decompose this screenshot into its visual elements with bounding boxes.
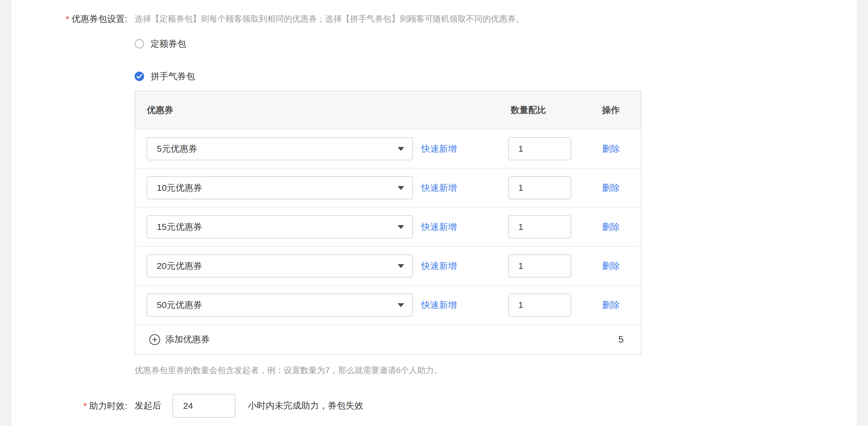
delete-link[interactable]: 删除 [602,183,620,192]
radio-unchecked-icon[interactable] [134,39,144,49]
quick-add-link[interactable]: 快速新增 [421,260,457,272]
required-mark: * [84,401,87,410]
coupon-select[interactable]: 15元优惠券 [147,215,413,238]
coupon-select[interactable]: 50元优惠券 [147,294,413,316]
required-mark: * [66,14,69,24]
coupon-row: 50元优惠券 快速新增 删除 [135,286,641,325]
chevron-down-icon [398,264,404,268]
add-coupon-button[interactable]: 添加优惠券 [149,333,210,345]
form-row-assist-validity: *助力时效: 发起后 小时内未完成助力，券包失效 [0,394,868,418]
quick-add-link[interactable]: 快速新增 [421,221,457,233]
quantity-ratio-input[interactable] [508,137,571,160]
delete-link[interactable]: 删除 [602,222,620,232]
coupon-table: 优惠券 数量配比 操作 5元优惠券 快速新增 删除 [134,91,641,355]
coupon-select[interactable]: 20元优惠券 [147,254,413,277]
quantity-ratio-input[interactable] [508,215,571,238]
coupon-select-value: 10元优惠券 [157,182,202,194]
coupon-package-description: 选择【定额券包】则每个顾客领取到相同的优惠券；选择【拼手气券包】则顾客可随机领取… [134,12,868,25]
quantity-total: 5 [618,334,624,345]
radio-checked-icon[interactable] [134,71,144,81]
quick-add-link[interactable]: 快速新增 [421,143,457,155]
circle-plus-icon [149,334,161,345]
coupon-select-value: 20元优惠券 [157,260,202,272]
coupon-row: 15元优惠券 快速新增 删除 [135,208,641,247]
chevron-down-icon [398,186,404,190]
chevron-down-icon [398,303,404,307]
validity-suffix: 小时内未完成助力，券包失效 [248,400,363,412]
delete-link[interactable]: 删除 [602,144,620,154]
quantity-ratio-input[interactable] [508,254,571,277]
form-row-coupon-package: *优惠券包设置: 选择【定额券包】则每个顾客领取到相同的优惠券；选择【拼手气券包… [0,12,868,376]
radio-fixed-package[interactable]: 定额券包 [134,37,868,50]
coupon-row: 10元优惠券 快速新增 删除 [135,169,641,208]
radio-fixed-package-label: 定额券包 [151,38,186,50]
header-coupon: 优惠券 [135,104,508,116]
assist-validity-label-text: 助力时效: [89,401,127,410]
coupon-row: 20元优惠券 快速新增 删除 [135,247,641,286]
coupon-package-hint: 优惠券包里券的数量会包含发起者，例：设置数量为7，那么就需要邀请6个人助力。 [134,364,868,376]
chevron-down-icon [398,147,404,151]
coupon-package-label: *优惠券包设置: [0,12,127,25]
radio-lucky-package-label: 拼手气券包 [151,70,195,83]
header-action: 操作 [602,104,641,116]
quantity-ratio-input[interactable] [508,176,571,200]
assist-validity-label: *助力时效: [0,399,127,413]
coupon-select-value: 5元优惠券 [157,143,197,155]
coupon-package-label-text: 优惠券包设置: [71,14,127,24]
quantity-ratio-input[interactable] [508,294,571,316]
page-left-gutter [0,0,11,426]
check-icon [136,74,143,79]
radio-lucky-package[interactable]: 拼手气券包 [134,70,868,83]
coupon-table-footer: 添加优惠券 5 [135,325,641,354]
chevron-down-icon [398,225,404,229]
coupon-table-header: 优惠券 数量配比 操作 [135,91,641,129]
delete-link[interactable]: 删除 [602,261,620,271]
coupon-package-form: *优惠券包设置: 选择【定额券包】则每个顾客领取到相同的优惠券；选择【拼手气券包… [0,0,868,418]
quick-add-link[interactable]: 快速新增 [421,299,457,311]
validity-hours-input[interactable] [173,394,236,418]
coupon-select-value: 15元优惠券 [157,221,202,233]
header-quantity-ratio: 数量配比 [508,104,602,116]
quick-add-link[interactable]: 快速新增 [421,182,457,194]
delete-link[interactable]: 删除 [602,300,620,310]
validity-prefix: 发起后 [134,400,161,412]
coupon-select[interactable]: 5元优惠券 [147,137,413,160]
coupon-select[interactable]: 10元优惠券 [147,176,413,200]
coupon-row: 5元优惠券 快速新增 删除 [135,129,641,169]
page-right-gutter [857,0,868,426]
add-coupon-label: 添加优惠券 [165,333,210,345]
coupon-select-value: 50元优惠券 [157,299,202,311]
